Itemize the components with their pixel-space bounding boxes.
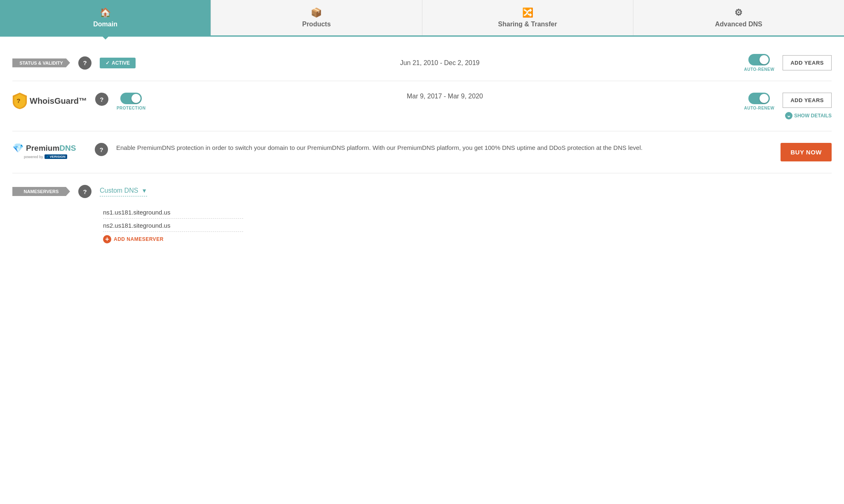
nameservers-label: NAMESERVERS xyxy=(12,187,70,196)
svg-text:?: ? xyxy=(16,97,20,104)
tab-advanced-dns-label: Advanced DNS xyxy=(715,21,762,28)
add-years-button[interactable]: ADD YEARS xyxy=(783,55,832,70)
box-icon: 📦 xyxy=(311,7,322,18)
protection-toggle-thumb xyxy=(131,94,141,103)
active-badge: ACTIVE xyxy=(100,58,136,68)
tab-sharing-label: Sharing & Transfer xyxy=(498,21,557,28)
protection-toggle-track xyxy=(120,93,142,104)
protection-label: PROTECTION xyxy=(117,106,146,110)
auto-renew-toggle-container: AUTO-RENEW xyxy=(744,54,774,72)
wg-auto-renew-label: AUTO-RENEW xyxy=(744,106,774,110)
add-nameserver-label: ADD NAMESERVER xyxy=(114,236,164,242)
whoisguard-tm: ™ xyxy=(79,96,87,105)
tab-domain[interactable]: 🏠 Domain xyxy=(0,0,211,35)
whoisguard-help-button[interactable]: ? xyxy=(95,93,108,106)
dns-type-text: Custom DNS xyxy=(100,187,138,194)
whoisguard-right-stack: ADD YEARS SHOW DETAILS xyxy=(783,93,832,119)
tab-domain-label: Domain xyxy=(93,21,117,28)
home-icon: 🏠 xyxy=(100,7,111,18)
wg-toggle-track xyxy=(748,93,770,104)
whoisguard-date-range: Mar 9, 2017 - Mar 9, 2020 xyxy=(154,93,736,100)
whoisguard-auto-renew-toggle[interactable] xyxy=(748,93,770,104)
chevron-down-icon: ▼ xyxy=(141,187,147,194)
toggle-thumb xyxy=(760,55,769,64)
transfer-icon: 🔀 xyxy=(522,7,533,18)
premium-dns-text: PremiumDNS xyxy=(26,144,76,153)
tab-advanced-dns[interactable]: ⚙ Advanced DNS xyxy=(633,0,844,35)
premium-dns-logo: 💎 PremiumDNS powered by ✓ VERISIGN xyxy=(12,143,87,159)
toggle-track xyxy=(748,54,770,65)
gear-icon: ⚙ xyxy=(734,7,743,18)
gem-icon: 💎 xyxy=(12,143,23,154)
auto-renew-label: AUTO-RENEW xyxy=(744,67,774,72)
add-icon: + xyxy=(103,235,111,243)
status-validity-row: STATUS & VALIDITY ? ACTIVE Jun 21, 2010 … xyxy=(12,45,832,81)
nameserver-item: ns1.us181.siteground.us xyxy=(103,206,243,219)
premium-dns-section: 💎 PremiumDNS powered by ✓ VERISIGN ? Ena… xyxy=(12,131,832,173)
add-nameserver-button[interactable]: + ADD NAMESERVER xyxy=(103,235,832,243)
nameservers-section: NAMESERVERS ? Custom DNS ▼ ns1.us181.sit… xyxy=(12,173,832,255)
whoisguard-add-years-button[interactable]: ADD YEARS xyxy=(783,93,832,108)
active-badge-text: ACTIVE xyxy=(112,60,130,66)
status-label: STATUS & VALIDITY xyxy=(12,58,70,68)
verisign-badge: ✓ VERISIGN xyxy=(45,154,67,159)
premium-dns-help-button[interactable]: ? xyxy=(95,143,108,156)
nameservers-help-button[interactable]: ? xyxy=(78,185,91,198)
whoisguard-text: WhoisGuard™ xyxy=(30,96,87,106)
main-content: STATUS & VALIDITY ? ACTIVE Jun 21, 2010 … xyxy=(0,37,844,263)
nameservers-header: NAMESERVERS ? Custom DNS ▼ xyxy=(12,185,832,198)
show-details-link[interactable]: SHOW DETAILS xyxy=(785,112,832,119)
whoisguard-shield-icon: ? xyxy=(12,93,27,109)
tab-products-label: Products xyxy=(302,21,331,28)
status-help-button[interactable]: ? xyxy=(78,56,91,70)
protection-toggle[interactable] xyxy=(120,93,142,104)
dns-type-select[interactable]: Custom DNS ▼ xyxy=(100,187,147,196)
premium-dns-description: Enable PremiumDNS protection in order to… xyxy=(116,143,772,153)
wg-toggle-thumb xyxy=(760,94,769,103)
whoisguard-row: ? WhoisGuard™ ? PROTECTION Mar 9, 2017 -… xyxy=(12,81,832,131)
buy-now-button[interactable]: BUY NOW xyxy=(781,143,832,161)
premium-logo-top: 💎 PremiumDNS xyxy=(12,143,76,154)
whoisguard-auto-renew-container: AUTO-RENEW xyxy=(744,93,774,110)
nameserver-list: ns1.us181.siteground.us ns2.us181.sitegr… xyxy=(103,206,832,243)
nameserver-item: ns2.us181.siteground.us xyxy=(103,219,243,232)
premium-powered-by: powered by ✓ VERISIGN xyxy=(24,154,67,159)
status-date-range: Jun 21, 2010 - Dec 2, 2019 xyxy=(144,59,736,67)
tab-sharing[interactable]: 🔀 Sharing & Transfer xyxy=(422,0,633,35)
whoisguard-logo-container: ? WhoisGuard™ xyxy=(12,93,87,109)
protection-toggle-container: PROTECTION xyxy=(117,93,146,110)
auto-renew-toggle[interactable] xyxy=(748,54,770,65)
tab-products[interactable]: 📦 Products xyxy=(211,0,422,35)
whoisguard-logo: ? WhoisGuard™ xyxy=(12,93,87,109)
tab-navigation: 🏠 Domain 📦 Products 🔀 Sharing & Transfer… xyxy=(0,0,844,37)
